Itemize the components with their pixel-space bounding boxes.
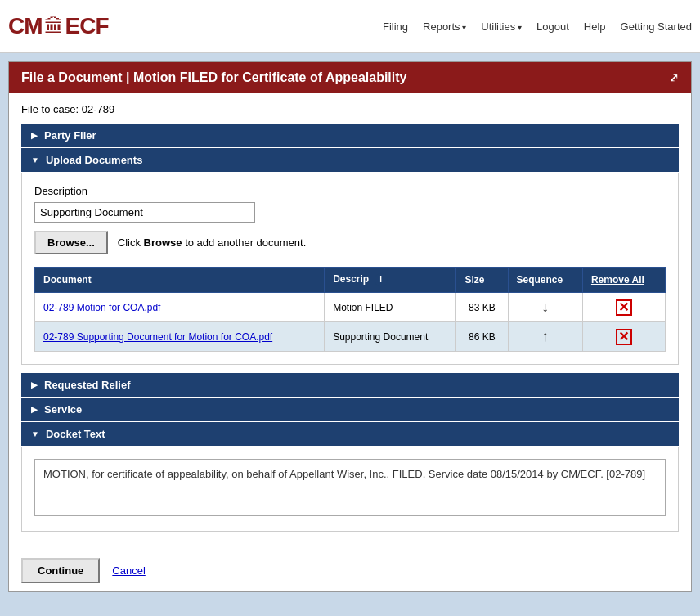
docket-text-content: MOTION, for certificate of appealability… xyxy=(21,447,679,532)
browse-row: Browse... Click Browse to add another do… xyxy=(34,231,666,254)
service-label: Service xyxy=(44,403,82,416)
top-navigation: CM 🏛 ECF Filing Reports Utilities Logout… xyxy=(0,0,700,53)
logo-text: CM xyxy=(8,13,43,39)
remove-button-1[interactable]: ✕ xyxy=(616,299,632,316)
service-header[interactable]: ▶ Service xyxy=(21,398,679,421)
docket-text-area[interactable]: MOTION, for certificate of appealability… xyxy=(34,459,666,516)
docket-text-label: Docket Text xyxy=(46,428,105,440)
nav-logout[interactable]: Logout xyxy=(536,20,569,33)
col-remove-all[interactable]: Remove All xyxy=(582,268,665,293)
upload-documents-arrow: ▼ xyxy=(31,155,39,164)
seq-cell-1: ↓ xyxy=(508,293,582,322)
documents-table: Document Descrip i Size Sequence Remove … xyxy=(34,267,666,352)
browse-button[interactable]: Browse... xyxy=(34,231,108,254)
descrip-cell-2: Supporting Document xyxy=(325,322,456,352)
logo-text-2: ECF xyxy=(65,13,109,39)
doc-link-1[interactable]: 02-789 Motion for COA.pdf xyxy=(43,302,160,313)
party-filer-label: Party Filer xyxy=(44,129,96,142)
party-filer-header[interactable]: ▶ Party Filer xyxy=(21,124,679,147)
nav-help[interactable]: Help xyxy=(584,20,606,33)
main-container: File a Document | Motion FILED for Certi… xyxy=(8,61,692,592)
remove-cell-2: ✕ xyxy=(582,322,665,352)
table-row: 02-789 Supporting Document for Motion fo… xyxy=(35,322,666,352)
upload-documents-label: Upload Documents xyxy=(46,154,142,166)
size-cell-1: 83 KB xyxy=(456,293,508,322)
col-document: Document xyxy=(35,268,325,293)
nav-reports[interactable]: Reports xyxy=(423,20,466,33)
table-row: 02-789 Motion for COA.pdf Motion FILED 8… xyxy=(35,293,666,322)
col-size: Size xyxy=(456,268,508,293)
logo-icon: 🏛 xyxy=(44,15,64,38)
nav-utilities[interactable]: Utilities xyxy=(481,20,522,33)
footer-buttons: Continue Cancel xyxy=(9,550,691,591)
requested-relief-label: Requested Relief xyxy=(44,379,130,391)
requested-relief-header[interactable]: ▶ Requested Relief xyxy=(21,373,679,397)
page-header: File a Document | Motion FILED for Certi… xyxy=(9,62,691,93)
doc-cell-1: 02-789 Motion for COA.pdf xyxy=(35,293,325,322)
nav-links: Filing Reports Utilities Logout Help Get… xyxy=(383,20,692,33)
size-cell-2: 86 KB xyxy=(456,322,508,352)
docket-text-arrow: ▼ xyxy=(31,429,39,438)
cancel-link[interactable]: Cancel xyxy=(112,564,145,577)
seq-cell-2: ↑ xyxy=(508,322,582,352)
page-content: File to case: 02-789 ▶ Party Filer ▼ Upl… xyxy=(9,93,691,550)
doc-cell-2: 02-789 Supporting Document for Motion fo… xyxy=(35,322,325,352)
file-to-case: File to case: 02-789 xyxy=(21,103,679,115)
descrip-cell-1: Motion FILED xyxy=(325,293,456,322)
service-arrow: ▶ xyxy=(31,405,38,414)
docket-text-header[interactable]: ▼ Docket Text xyxy=(21,422,679,446)
doc-link-2[interactable]: 02-789 Supporting Document for Motion fo… xyxy=(43,331,272,343)
info-icon[interactable]: i xyxy=(375,273,388,286)
nav-filing[interactable]: Filing xyxy=(383,20,408,33)
browse-hint-bold: Browse xyxy=(144,236,182,249)
remove-all-link[interactable]: Remove All xyxy=(591,274,644,286)
col-sequence: Sequence xyxy=(508,268,582,293)
col-descrip: Descrip i xyxy=(325,268,456,293)
continue-button[interactable]: Continue xyxy=(21,558,100,583)
browse-hint: Click Browse to add another document. xyxy=(118,236,307,249)
expand-icon[interactable]: ⤢ xyxy=(669,71,679,84)
page-title: File a Document | Motion FILED for Certi… xyxy=(21,70,406,85)
move-down-icon-1[interactable]: ↓ xyxy=(541,299,549,315)
upload-documents-header[interactable]: ▼ Upload Documents xyxy=(21,148,679,172)
remove-cell-1: ✕ xyxy=(582,293,665,322)
party-filer-arrow: ▶ xyxy=(31,131,38,140)
upload-documents-content: Description Browse... Click Browse to ad… xyxy=(21,173,679,365)
description-label: Description xyxy=(34,185,666,197)
requested-relief-arrow: ▶ xyxy=(31,380,38,389)
logo: CM 🏛 ECF xyxy=(8,13,109,39)
move-up-icon-2[interactable]: ↑ xyxy=(541,328,549,344)
description-input[interactable] xyxy=(34,202,255,223)
nav-getting-started[interactable]: Getting Started xyxy=(621,20,692,33)
remove-button-2[interactable]: ✕ xyxy=(616,329,632,345)
